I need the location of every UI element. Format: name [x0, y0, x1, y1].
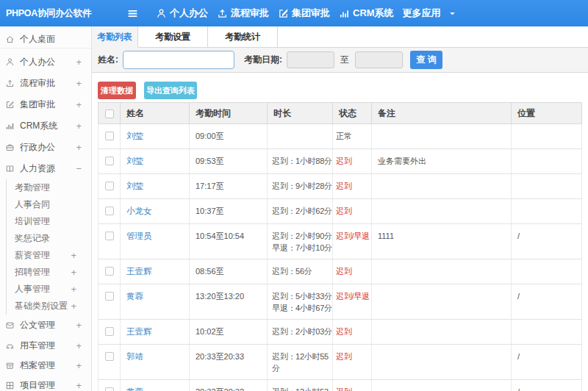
- nav-item-2[interactable]: 集团审批: [278, 7, 330, 20]
- sidebar-item-7[interactable]: 公文管理+: [0, 315, 91, 336]
- row-checkbox[interactable]: [105, 132, 114, 140]
- expand-icon[interactable]: +: [71, 301, 76, 312]
- expand-icon[interactable]: +: [76, 320, 82, 331]
- employee-name-link[interactable]: 黄蓉: [126, 387, 143, 391]
- date-to-label: 至: [340, 54, 349, 66]
- sidebar-item-2[interactable]: 流程审批+: [0, 73, 91, 94]
- employee-name-link[interactable]: 王壹辉: [126, 267, 152, 276]
- tab-0[interactable]: 考勤列表: [92, 26, 138, 48]
- nav-item-label: 流程审批: [231, 7, 269, 20]
- employee-name-link[interactable]: 管理员: [126, 232, 152, 240]
- employee-name-link[interactable]: 黄蓉: [126, 292, 143, 301]
- caret-down-icon: [448, 9, 457, 18]
- row-checkbox-cell: [98, 284, 121, 320]
- cell-status: 正常: [333, 124, 372, 149]
- cell-location: [512, 124, 582, 149]
- nav-item-1[interactable]: 流程审批: [217, 7, 269, 20]
- sidebar-item-10[interactable]: 项目管理+: [0, 376, 91, 391]
- cell-status: 迟到: [333, 320, 372, 345]
- sidebar-item-label: 流程审批: [20, 77, 55, 90]
- duration-line1: 迟到：56分: [272, 265, 332, 277]
- expand-icon[interactable]: +: [76, 121, 82, 132]
- col-remark: 备注: [372, 103, 512, 124]
- employee-name-link[interactable]: 刘莹: [126, 182, 143, 190]
- row-checkbox[interactable]: [105, 267, 114, 276]
- expand-icon[interactable]: +: [76, 99, 82, 110]
- sidebar-item-6[interactable]: 人力资源−: [0, 158, 91, 179]
- row-checkbox[interactable]: [105, 157, 114, 165]
- sidebar-subitem-1[interactable]: 人事合同: [7, 196, 91, 213]
- nav-item-3[interactable]: CRM系统: [339, 7, 394, 20]
- sidebar-subitem-7[interactable]: 基础类别设置+: [7, 298, 91, 315]
- col-duration: 时长: [268, 103, 333, 124]
- sidebar-item-3[interactable]: 集团审批+: [0, 94, 91, 115]
- cell-duration: 迟到：2小时62分: [268, 199, 333, 224]
- sidebar-item-9[interactable]: 档案管理+: [0, 356, 91, 376]
- employee-name-link[interactable]: 小龙女: [126, 207, 152, 215]
- employee-name-link[interactable]: 刘莹: [126, 132, 143, 140]
- sidebar-item-8[interactable]: 用车管理+: [0, 336, 91, 356]
- sidebar-item-1[interactable]: 个人办公+: [0, 51, 91, 73]
- hamburger-menu-icon[interactable]: [126, 7, 139, 22]
- cell-remark: 1111: [372, 224, 512, 259]
- sidebar-item-label: 项目管理: [20, 379, 55, 391]
- table-row-2: 刘莹17:17至迟到：9小时28分迟到: [98, 174, 582, 199]
- duration-line2: 早退：7小时10分: [272, 242, 332, 254]
- expand-icon[interactable]: +: [71, 267, 76, 278]
- expand-icon[interactable]: +: [76, 142, 82, 153]
- clean-data-button[interactable]: 清理数据: [98, 82, 136, 99]
- tab-1[interactable]: 考勤设置: [138, 26, 208, 48]
- cell-status: 迟到: [333, 149, 372, 174]
- sidebar-subitem-2[interactable]: 培训管理: [7, 213, 91, 230]
- archive-icon: [5, 361, 15, 370]
- nav-item-4[interactable]: 更多应用: [403, 7, 457, 20]
- cell-remark: [372, 124, 512, 149]
- expand-icon[interactable]: +: [76, 380, 82, 391]
- sidebar-subitem-0[interactable]: 考勤管理: [7, 179, 91, 196]
- export-list-button[interactable]: 导出查询列表: [144, 82, 197, 99]
- cell-location: /: [512, 380, 582, 391]
- cell-status: 迟到/早退: [333, 284, 372, 320]
- sidebar-subitem-4[interactable]: 薪资管理+: [7, 247, 91, 264]
- employee-name-link[interactable]: 王壹辉: [126, 327, 152, 336]
- row-checkbox[interactable]: [105, 232, 114, 240]
- expand-icon[interactable]: +: [76, 57, 82, 68]
- collapse-icon[interactable]: −: [76, 163, 82, 174]
- document-icon: [5, 320, 15, 330]
- nav-item-0[interactable]: 个人办公: [156, 7, 208, 20]
- name-filter-input[interactable]: [123, 51, 234, 69]
- table-row-0: 刘莹09:00至正常: [98, 124, 582, 149]
- expand-icon[interactable]: +: [71, 284, 76, 295]
- row-checkbox-cell: [98, 380, 121, 391]
- sidebar-item-4[interactable]: CRM系统+: [0, 115, 91, 137]
- date-to-input[interactable]: [355, 51, 403, 68]
- row-checkbox[interactable]: [105, 387, 114, 391]
- sidebar-subitem-6[interactable]: 人事管理+: [7, 281, 91, 298]
- sidebar-subitem-label: 人事合同: [15, 198, 50, 211]
- employee-name-link[interactable]: 郭靖: [126, 352, 143, 361]
- employee-name-link[interactable]: 刘莹: [126, 157, 143, 165]
- row-checkbox[interactable]: [105, 182, 114, 190]
- cell-time: 20:33至20:33: [190, 345, 268, 380]
- row-checkbox[interactable]: [105, 207, 114, 215]
- row-checkbox[interactable]: [105, 292, 114, 301]
- expand-icon[interactable]: +: [71, 250, 76, 261]
- sidebar-item-5[interactable]: 行政办公+: [0, 137, 91, 158]
- tab-2[interactable]: 考勤统计: [208, 26, 278, 48]
- sidebar-item-0[interactable]: 个人桌面: [0, 31, 91, 49]
- sidebar-subitem-5[interactable]: 招聘管理+: [7, 264, 91, 281]
- expand-icon[interactable]: +: [76, 340, 82, 351]
- sidebar-item-label: 集团审批: [20, 98, 55, 111]
- duration-line1: 迟到：12小时53分: [272, 386, 332, 391]
- sidebar-subitem-3[interactable]: 奖惩记录: [7, 230, 91, 247]
- row-checkbox[interactable]: [105, 352, 114, 361]
- select-all-checkbox[interactable]: [105, 110, 114, 118]
- expand-icon[interactable]: +: [76, 78, 82, 89]
- date-from-input[interactable]: [287, 51, 334, 68]
- app-logo: PHPOA协同办公软件: [6, 0, 91, 26]
- expand-icon[interactable]: +: [76, 360, 82, 371]
- table-row-3: 小龙女10:37至迟到：2小时62分迟到: [98, 199, 582, 224]
- query-button[interactable]: 查 询: [410, 51, 442, 69]
- row-checkbox[interactable]: [105, 327, 114, 336]
- duration-line1: 迟到：2小时90分: [272, 230, 332, 242]
